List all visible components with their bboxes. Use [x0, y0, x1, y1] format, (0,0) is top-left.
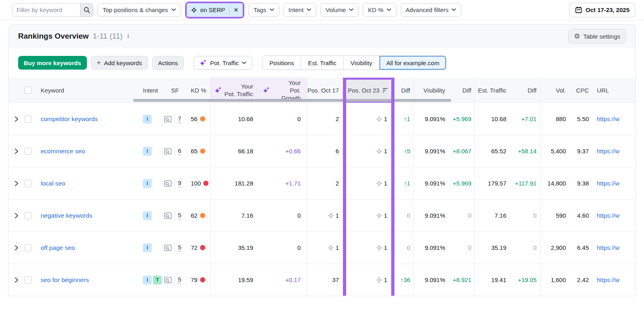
volume-value: 880: [556, 115, 566, 122]
intent-badge-informational[interactable]: I: [143, 179, 152, 188]
col-kd[interactable]: KD %: [191, 87, 206, 94]
col-diff-est[interactable]: Diff: [528, 87, 537, 94]
intent-badge-informational[interactable]: I: [143, 276, 152, 284]
tab-visibility[interactable]: Visibility: [344, 56, 380, 70]
intent-badge-informational[interactable]: I: [143, 147, 152, 156]
expand-row-icon[interactable]: [14, 148, 19, 154]
col-url[interactable]: URL: [597, 87, 609, 94]
chevron-down-icon: [270, 8, 274, 11]
keyword-link[interactable]: negative keywords: [41, 212, 92, 219]
col-cpc[interactable]: CPC: [576, 87, 589, 94]
intent-badge-informational[interactable]: I: [143, 243, 152, 252]
top-positions-dropdown[interactable]: Top positions & changes: [97, 3, 181, 17]
url-link[interactable]: https://w: [597, 115, 619, 122]
on-serp-chip[interactable]: on SERP ✕: [187, 3, 243, 17]
horizontal-scrollbar[interactable]: [133, 99, 451, 102]
pos-oct17-value: 2: [336, 180, 339, 187]
serp-features-count[interactable]: 5: [178, 276, 181, 284]
chevron-down-icon: [171, 8, 176, 11]
select-all-checkbox[interactable]: [25, 87, 32, 94]
serp-preview-icon[interactable]: [164, 148, 172, 155]
search-button[interactable]: [80, 4, 93, 16]
remove-serp-filter-icon[interactable]: ✕: [233, 6, 239, 14]
col-est-traffic[interactable]: Est. Traffic: [478, 87, 506, 94]
serp-features-count[interactable]: 7: [178, 115, 181, 123]
serp-features-count[interactable]: 5: [178, 244, 181, 252]
keyword-filter-input[interactable]: [12, 4, 80, 16]
est-traffic-value: 19.41: [491, 276, 506, 283]
col-volume[interactable]: Vol.: [556, 87, 566, 94]
table-settings-button[interactable]: ⚙ Table settings: [568, 29, 626, 43]
url-link[interactable]: https://w: [597, 180, 619, 187]
volume-value: 5,400: [551, 148, 566, 154]
col-keyword[interactable]: Keyword: [41, 87, 64, 94]
row-checkbox[interactable]: [25, 180, 32, 187]
pot-growth-value: +0.17: [285, 276, 301, 283]
serp-preview-icon[interactable]: [164, 115, 172, 123]
info-icon[interactable]: i: [127, 33, 130, 39]
date-range-button[interactable]: Oct 17-23, 2025: [569, 3, 635, 17]
actions-button[interactable]: Actions: [152, 56, 184, 70]
table-row: off page seo I 5 72 35.19 0 1 1 0 9.091%…: [8, 231, 636, 264]
row-checkbox[interactable]: [25, 148, 32, 155]
tags-dropdown[interactable]: Tags: [248, 3, 279, 17]
metric-dropdown[interactable]: Pot. Traffic: [194, 56, 252, 70]
intent-badge-transactional[interactable]: T: [153, 276, 162, 284]
col-intent[interactable]: Intent: [143, 87, 158, 94]
tab-est-traffic[interactable]: Est. Traffic: [301, 56, 344, 70]
intent-dropdown[interactable]: Intent: [283, 3, 317, 17]
col-diff-visibility[interactable]: Diff: [462, 87, 471, 94]
kd-dropdown[interactable]: KD %: [363, 3, 396, 17]
tab-all-for-domain[interactable]: All for example.com: [380, 56, 446, 70]
col-visibility[interactable]: Visibility: [423, 87, 445, 94]
row-checkbox[interactable]: [25, 276, 32, 284]
pot-growth-value: +0.66: [285, 148, 301, 154]
buy-more-keywords-button[interactable]: Buy more keywords: [18, 56, 87, 70]
url-link[interactable]: https://w: [597, 244, 619, 251]
url-link[interactable]: https://w: [597, 148, 619, 154]
col-pos-oct17[interactable]: Pos. Oct 17: [308, 87, 339, 94]
add-keywords-button[interactable]: + Add keywords: [91, 56, 148, 70]
serp-preview-icon[interactable]: [164, 276, 172, 284]
serp-feature-position-icon: [376, 180, 382, 187]
chevron-down-icon: [387, 8, 391, 11]
visibility-value: 9.091%: [425, 180, 445, 187]
serp-diamond-icon: [191, 7, 197, 13]
row-checkbox[interactable]: [25, 115, 32, 123]
pos-oct17-value: 6: [336, 148, 339, 154]
serp-preview-icon[interactable]: [164, 244, 172, 251]
expand-row-icon[interactable]: [14, 245, 19, 251]
card-header: Rankings Overview 1-11 (11) i ⚙ Table se…: [8, 25, 636, 48]
advanced-filters-dropdown[interactable]: Advanced filters: [400, 3, 462, 17]
est-traffic-diff-value: +117.91: [515, 180, 537, 187]
advanced-filters-label: Advanced filters: [406, 6, 449, 13]
intent-badge-informational[interactable]: I: [143, 211, 152, 220]
expand-row-icon[interactable]: [14, 181, 19, 186]
col-diff-pos[interactable]: Diff: [401, 87, 410, 94]
serp-features-count[interactable]: 9: [178, 179, 181, 187]
keyword-link[interactable]: local seo: [41, 180, 65, 187]
url-link[interactable]: https://w: [597, 276, 619, 283]
serp-preview-icon[interactable]: [164, 180, 172, 187]
expand-row-icon[interactable]: [14, 116, 19, 122]
intent-badge-informational[interactable]: I: [143, 115, 152, 124]
keyword-link[interactable]: ecommerce seo: [41, 148, 85, 155]
volume-dropdown[interactable]: Volume: [320, 3, 359, 17]
col-sf[interactable]: SF: [171, 87, 179, 94]
url-link[interactable]: https://w: [597, 212, 619, 219]
pot-traffic-value: 35.19: [238, 244, 253, 251]
kd-difficulty-dot: [200, 148, 205, 154]
row-checkbox[interactable]: [25, 244, 32, 251]
tab-positions[interactable]: Positions: [262, 56, 301, 70]
serp-preview-icon[interactable]: [164, 212, 172, 219]
keyword-link[interactable]: seo for beginners: [41, 276, 89, 284]
keyword-link[interactable]: competitor keywords: [41, 115, 98, 123]
row-checkbox[interactable]: [25, 212, 32, 219]
keyword-link[interactable]: off page seo: [41, 244, 75, 251]
visibility-diff-value: +8.067: [453, 148, 471, 154]
serp-features-count[interactable]: 6: [178, 147, 181, 155]
visibility-value: 9.091%: [425, 276, 445, 283]
serp-features-count[interactable]: 5: [178, 212, 181, 220]
expand-row-icon[interactable]: [14, 277, 19, 283]
expand-row-icon[interactable]: [14, 213, 19, 218]
